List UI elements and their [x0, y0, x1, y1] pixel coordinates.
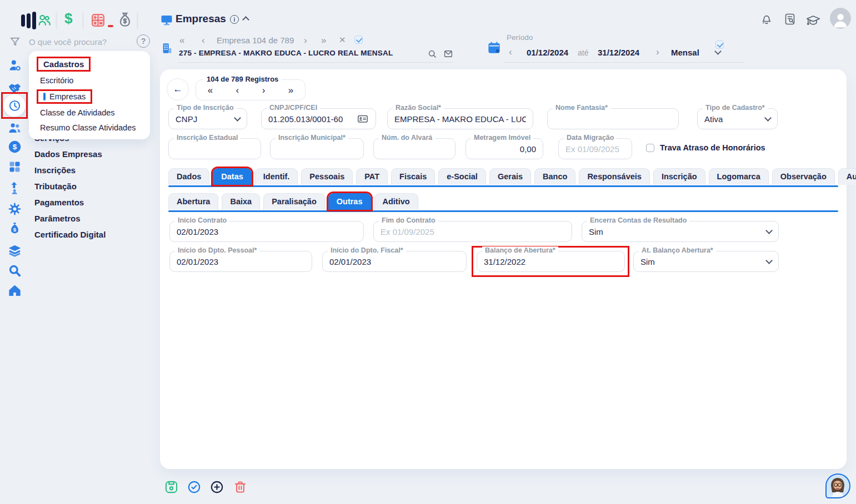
sidebar-item-pagamentos[interactable]: Pagamentos — [34, 198, 106, 207]
users-icon[interactable] — [36, 12, 53, 28]
tab-observa-o[interactable]: Observação — [772, 168, 835, 185]
tab-auditoria[interactable]: Auditoria — [838, 168, 856, 185]
menu-item-cadastros[interactable]: Cadastros — [37, 57, 91, 72]
registros-first-button[interactable]: « — [208, 85, 213, 95]
field-label: Data Migração — [564, 134, 617, 142]
razao-social-field[interactable]: Razão Social* EMPRESA - MAKRO EDUCA - LU… — [387, 108, 533, 129]
search-record-icon[interactable] — [427, 48, 438, 59]
search-input[interactable]: O que você procura? — [29, 37, 107, 47]
tab-datas[interactable]: Datas — [213, 168, 252, 185]
tab-respons-veis[interactable]: Responsáveis — [579, 168, 650, 185]
period-checkbox[interactable] — [715, 41, 724, 49]
mail-icon[interactable] — [443, 49, 454, 59]
tab-pat[interactable]: PAT — [356, 168, 388, 185]
chevron-down-icon[interactable] — [714, 48, 722, 55]
first-record-button[interactable]: « — [179, 36, 184, 45]
search-icon-rail[interactable] — [7, 263, 22, 278]
registros-last-button[interactable]: » — [288, 85, 293, 95]
period-start[interactable]: 01/12/2024 — [527, 48, 568, 57]
graduation-cap-icon[interactable] — [805, 14, 821, 27]
inscricao-estadual-field[interactable]: Inscrição Estadual — [168, 138, 261, 159]
sidebar-item-certificado-digital[interactable]: Certificado Digital — [34, 230, 106, 239]
cnpj-field[interactable]: CNPJ/CPF/CEI 01.205.013/0001-60 — [261, 108, 376, 129]
period-mode-select[interactable]: Mensal — [671, 48, 699, 57]
tipo-inscricao-select[interactable]: Tipo de Inscrição CNPJ — [168, 108, 247, 129]
person-raise-icon[interactable] — [7, 180, 22, 195]
calculator-icon-rail[interactable] — [7, 159, 22, 174]
tab-logomarca[interactable]: Logomarca — [709, 168, 769, 185]
subtab-baixa[interactable]: Baixa — [222, 193, 260, 210]
help-icon[interactable]: ? — [137, 34, 150, 48]
num-alvara-field[interactable]: Núm. do Alvará — [373, 138, 455, 159]
inicio-dpto-fiscal-field[interactable]: Início do Dpto. Fiscal* 02/01/2023 — [322, 251, 467, 272]
layers-icon[interactable] — [7, 243, 22, 258]
avatar[interactable] — [830, 8, 851, 29]
tab-gerais[interactable]: Gerais — [489, 168, 531, 185]
balanco-abertura-field[interactable]: Balanço de Abertura* 31/12/2022 — [477, 251, 625, 272]
tab-identif[interactable]: Identif. — [255, 168, 298, 185]
subtab-abertura[interactable]: Abertura — [168, 193, 218, 210]
subtab-paralisa-o[interactable]: Paralisação — [263, 193, 325, 210]
menu-item-resumo-classe-atividades[interactable]: Resumo Classe Atividades — [37, 122, 142, 134]
fim-contrato-field[interactable]: Fim do Contrato Ex 01/09/2025 — [373, 221, 572, 242]
calculator-icon[interactable] — [89, 12, 107, 29]
money-bag-icon-rail[interactable]: $ — [7, 221, 22, 236]
sidebar-item-dados-empresas[interactable]: Dados Empresas — [34, 149, 106, 159]
confirm-button[interactable] — [187, 480, 202, 495]
money-bag-icon[interactable] — [116, 11, 134, 29]
record-filter-checkbox[interactable] — [354, 36, 363, 44]
sidebar-item-par-metros[interactable]: Parâmetros — [34, 214, 106, 223]
sidebar-item-tributa-o[interactable]: Tributação — [34, 182, 106, 191]
next-record-button[interactable]: › — [304, 36, 307, 45]
info-icon[interactable]: i — [230, 15, 239, 24]
at-balanco-abertura-select[interactable]: At. Balanço Abertura* Sim — [633, 251, 779, 272]
inicio-dpto-pessoal-field[interactable]: Início do Dpto. Pessoal* 02/01/2023 — [169, 251, 312, 272]
add-button[interactable] — [209, 480, 224, 495]
subtab-outras[interactable]: Outras — [328, 193, 371, 210]
encerra-contas-select[interactable]: Encerra Contas de Resultado Sim — [582, 221, 779, 242]
last-record-button[interactable]: » — [321, 36, 326, 45]
users-icon-rail[interactable] — [7, 120, 22, 135]
bell-icon[interactable] — [760, 12, 773, 26]
period-prev-button[interactable]: ‹ — [509, 47, 512, 57]
checkbox-icon[interactable] — [646, 144, 654, 152]
dollar-circle-icon[interactable]: $ — [7, 139, 22, 154]
prev-record-button[interactable]: ‹ — [202, 36, 205, 45]
registros-next-button[interactable]: › — [262, 85, 266, 95]
tab-e-social[interactable]: e-Social — [438, 168, 486, 185]
inicio-contrato-field[interactable]: Início Contrato 02/01/2023 — [169, 221, 364, 242]
period-end[interactable]: 31/12/2024 — [598, 48, 639, 57]
period-label: Período — [507, 33, 533, 42]
home-icon[interactable] — [7, 283, 22, 298]
tipo-cadastro-select[interactable]: Tipo de Cadastro* Ativa — [697, 108, 778, 129]
metragem-imovel-field[interactable]: Metragem Imóvel 0,00 — [465, 138, 543, 159]
trava-atraso-checkbox-row[interactable]: Trava Atraso de Honorários — [646, 143, 765, 152]
menu-item-classe-de-atividades[interactable]: Classe de Atividades — [37, 107, 142, 119]
data-migracao-field[interactable]: Data Migração Ex 01/09/2025 — [558, 138, 632, 159]
tab-dados[interactable]: Dados — [168, 168, 209, 185]
delete-button[interactable] — [233, 480, 248, 495]
tab-banco[interactable]: Banco — [534, 168, 575, 185]
close-icon[interactable]: ✕ — [339, 36, 346, 44]
gear-icon[interactable] — [7, 201, 22, 216]
user-settings-icon[interactable] — [7, 58, 22, 73]
tab-fiscais[interactable]: Fiscais — [391, 168, 435, 185]
dollar-icon[interactable]: $ — [64, 10, 72, 27]
nome-fantasia-field[interactable]: Nome Fantasia* — [547, 108, 679, 129]
menu-item-escrit-rio[interactable]: Escritório — [37, 74, 142, 87]
sidebar-item-inscri-es[interactable]: Inscrições — [34, 165, 106, 175]
period-next-button[interactable]: › — [656, 47, 659, 57]
registros-prev-button[interactable]: ‹ — [236, 85, 239, 95]
tab-inscri-o[interactable]: Inscrição — [653, 168, 705, 185]
subtab-aditivo[interactable]: Aditivo — [374, 193, 418, 210]
tab-pessoais[interactable]: Pessoais — [301, 168, 353, 185]
menu-item-empresas[interactable]: Empresas — [37, 89, 92, 104]
save-button[interactable] — [164, 480, 179, 495]
back-button[interactable]: ← — [167, 78, 189, 100]
inscricao-municipal-field[interactable]: Inscrição Municipal* — [270, 138, 364, 159]
id-card-icon[interactable] — [357, 113, 369, 125]
support-avatar[interactable] — [825, 473, 850, 498]
document-search-icon[interactable] — [783, 12, 797, 26]
collapse-icon[interactable] — [242, 16, 249, 23]
filter-icon[interactable] — [9, 36, 21, 48]
